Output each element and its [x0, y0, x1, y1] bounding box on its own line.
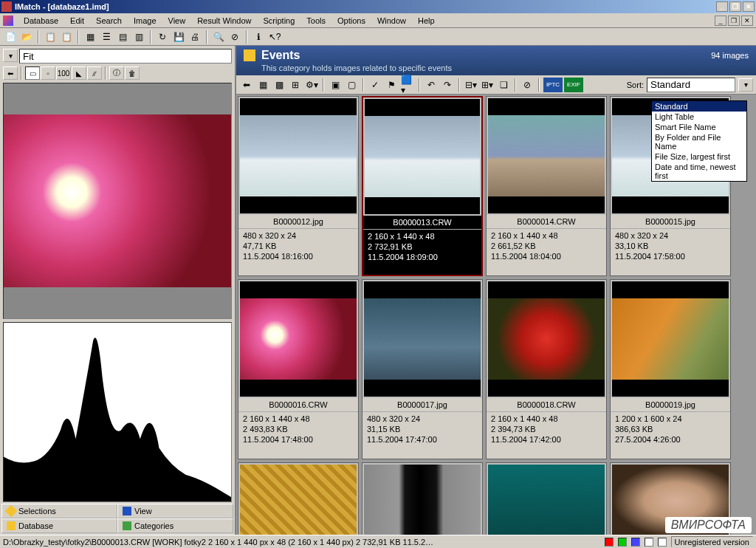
thumbnail-item[interactable]: B0000014.CRW 2 160 x 1 440 x 482 661,52 …	[486, 96, 607, 276]
sort-option-folder-name[interactable]: By Folder and File Name	[652, 132, 746, 151]
histogram-icon[interactable]: ◣	[72, 66, 86, 80]
menu-edit[interactable]: Edit	[64, 15, 90, 27]
actual-size-icon[interactable]: ▫	[41, 66, 55, 80]
mark-icon[interactable]: ✓	[368, 78, 382, 92]
thumbnail-item[interactable]: B0000017.jpg 480 x 320 x 2431,15 KB11.5.…	[362, 279, 483, 459]
doc-minimize-button[interactable]: _	[715, 16, 726, 26]
menu-image[interactable]: Image	[128, 15, 162, 27]
grid-large-icon[interactable]: ▦	[255, 78, 270, 92]
app-icon	[1, 1, 12, 12]
thumbview-icon[interactable]: ▤	[115, 30, 130, 44]
menu-options[interactable]: Options	[331, 15, 371, 27]
rotate-right-icon[interactable]: ↷	[440, 78, 455, 92]
sort-option-light-table[interactable]: Light Table	[652, 112, 746, 122]
status-color-white2[interactable]	[658, 538, 667, 547]
thumbnail-item[interactable]	[362, 462, 483, 535]
open-icon[interactable]: 📂	[19, 30, 34, 44]
new-icon[interactable]: 📄	[3, 30, 18, 44]
tab-selections[interactable]: Selections	[1, 504, 117, 518]
menu-help[interactable]: Help	[412, 15, 441, 27]
pointer-help-icon[interactable]: ↖?	[267, 30, 282, 44]
tree2-icon[interactable]: ⊞▾	[480, 78, 495, 92]
thumbnail-info: 2 160 x 1 440 x 482 394,73 KB11.5.2004 1…	[487, 412, 606, 459]
search-icon[interactable]: 🔍	[211, 30, 226, 44]
delete-icon[interactable]: 🗑	[125, 66, 140, 80]
zoom-select[interactable]	[19, 49, 232, 64]
thumbnail-info: 1 200 x 1 600 x 24386,63 KB27.5.2004 4:2…	[611, 412, 730, 459]
save-icon[interactable]: 💾	[171, 30, 186, 44]
thumbnail-info: 480 x 320 x 2447,71 KB11.5.2004 18:16:00	[238, 229, 358, 275]
menu-search[interactable]: Search	[90, 15, 128, 27]
copy-icon[interactable]: 📋	[43, 30, 58, 44]
thumb-options-icon[interactable]: ⚙▾	[304, 78, 319, 92]
status-color-green[interactable]	[618, 538, 627, 547]
close-button[interactable]: ✕	[743, 1, 755, 12]
maximize-button[interactable]: ❐	[729, 1, 741, 12]
thumbnail-filename: B0000019.jpg	[611, 398, 730, 412]
zoom-100-icon[interactable]: 100	[56, 66, 71, 80]
image-preview[interactable]	[3, 83, 232, 319]
grid-tiny-icon[interactable]: ⊞	[288, 78, 303, 92]
details-icon[interactable]: ▥	[131, 30, 146, 44]
thumbnail-item[interactable]	[238, 462, 359, 535]
sort-option-filesize[interactable]: File Size, largest first	[652, 151, 746, 162]
thumbnail-filename: B0000015.jpg	[611, 215, 730, 229]
thumbnail-filename: B0000016.CRW	[238, 398, 358, 412]
tab-categories[interactable]: Categories	[117, 518, 233, 533]
sort-option-smart-name[interactable]: Smart File Name	[652, 122, 746, 132]
flag-icon[interactable]: ⚑	[384, 78, 399, 92]
thumbnail-item[interactable]	[486, 462, 607, 535]
sort-dropdown-icon[interactable]: ▾	[738, 78, 753, 92]
stack-icon[interactable]: ❏	[496, 78, 511, 92]
tab-database[interactable]: Database	[1, 518, 117, 533]
noentry-icon[interactable]: ⊘	[520, 78, 535, 92]
rotate-left-icon[interactable]: ↶	[424, 78, 439, 92]
status-color-red[interactable]	[605, 538, 614, 547]
zoom-dropdown-icon[interactable]: ▾	[3, 49, 18, 62]
thumbnail-item[interactable]: B0000012.jpg 480 x 320 x 2447,71 KB11.5.…	[238, 96, 359, 276]
select-all-icon[interactable]: ▣	[328, 78, 343, 92]
levels-icon[interactable]: ⫽	[87, 66, 102, 80]
thumbnail-item[interactable]: B0000016.CRW 2 160 x 1 440 x 482 493,83 …	[238, 279, 359, 459]
refresh-icon[interactable]: ↻	[155, 30, 170, 44]
sort-option-date[interactable]: Date and time, newest first	[652, 162, 746, 181]
stop-icon[interactable]: ⊘	[227, 30, 242, 44]
sort-select[interactable]	[647, 78, 735, 92]
print-icon[interactable]: 🖨	[188, 30, 202, 44]
paste-icon[interactable]: 📋	[59, 30, 74, 44]
menu-result-window[interactable]: Result Window	[191, 15, 257, 27]
iptc-button[interactable]: IPTC	[543, 78, 563, 92]
exif-button[interactable]: EXIF	[564, 78, 583, 92]
sort-dropdown-menu[interactable]: Standard Light Table Smart File Name By …	[651, 100, 747, 182]
thumbnail-filename: B0000018.CRW	[487, 398, 606, 412]
grid-icon[interactable]: ▦	[83, 30, 97, 44]
menu-scripting[interactable]: Scripting	[258, 15, 301, 27]
grid-small-icon[interactable]: ▩	[272, 78, 286, 92]
help-icon[interactable]: ℹ	[251, 30, 266, 44]
tree1-icon[interactable]: ⊟▾	[464, 78, 478, 92]
doc-close-button[interactable]: ✕	[741, 16, 753, 26]
info-icon[interactable]: ⓘ	[109, 66, 124, 80]
menu-view[interactable]: View	[162, 15, 192, 27]
status-color-blue[interactable]	[631, 538, 640, 547]
menu-tools[interactable]: Tools	[300, 15, 331, 27]
thumbnail-item[interactable]: B0000019.jpg 1 200 x 1 600 x 24386,63 KB…	[610, 279, 731, 459]
watermark: ВМИРСОФТА	[665, 517, 752, 533]
list-icon[interactable]: ☰	[99, 30, 114, 44]
minimize-button[interactable]: _	[716, 1, 728, 12]
menu-database[interactable]: Database	[18, 15, 64, 27]
thumbnail-item[interactable]: B0000018.CRW 2 160 x 1 440 x 482 394,73 …	[486, 279, 607, 459]
thumbnail-info: 2 160 x 1 440 x 482 661,52 KB11.5.2004 1…	[487, 229, 606, 275]
back-icon[interactable]: ⬅	[239, 78, 254, 92]
tab-view[interactable]: View	[117, 504, 233, 518]
thumbnail-filename: B0000012.jpg	[238, 215, 358, 229]
status-color-white[interactable]	[645, 538, 653, 547]
fit-view-icon[interactable]: ▭	[25, 66, 40, 80]
prev-icon[interactable]: ⬅	[3, 66, 18, 80]
color-tag-icon[interactable]: 🟦▾	[400, 78, 415, 92]
menu-window[interactable]: Window	[371, 15, 412, 27]
deselect-icon[interactable]: ▢	[344, 78, 359, 92]
thumbnail-item[interactable]: B0000013.CRW 2 160 x 1 440 x 482 732,91 …	[362, 96, 483, 276]
doc-maximize-button[interactable]: ❐	[728, 16, 740, 26]
sort-option-standard[interactable]: Standard	[652, 101, 746, 112]
